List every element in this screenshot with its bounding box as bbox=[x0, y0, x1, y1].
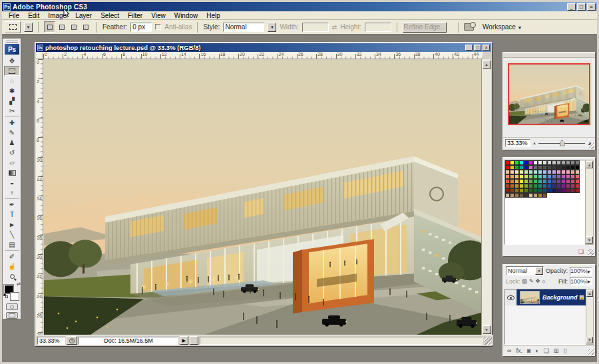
horizontal-scrollbar[interactable] bbox=[200, 337, 483, 345]
workspace-menu[interactable]: Workspace ▼ bbox=[483, 23, 522, 31]
ps-logo[interactable]: Ps bbox=[5, 44, 19, 55]
color-swatch[interactable] bbox=[561, 170, 566, 174]
status-flyout-icon[interactable]: ▶ bbox=[180, 336, 188, 345]
color-swatch[interactable] bbox=[561, 160, 566, 165]
maximize-button[interactable]: □ bbox=[577, 3, 586, 11]
menu-help[interactable]: Help bbox=[202, 12, 224, 19]
layer-group-icon[interactable]: ❏ bbox=[544, 347, 549, 354]
color-swatch[interactable] bbox=[566, 179, 570, 184]
navigator-zoom-slider[interactable] bbox=[538, 140, 585, 146]
style-dropdown-arrow[interactable]: ▼ bbox=[268, 23, 276, 32]
style-select[interactable]: Normal bbox=[223, 23, 264, 32]
color-swatch[interactable] bbox=[505, 179, 510, 184]
color-swatch[interactable] bbox=[533, 160, 538, 165]
color-swatch[interactable] bbox=[556, 188, 561, 193]
subtract-from-selection-button[interactable] bbox=[68, 21, 79, 33]
menu-file[interactable]: File bbox=[5, 12, 23, 19]
color-swatch[interactable] bbox=[528, 160, 533, 165]
toolbox-grip[interactable] bbox=[6, 41, 18, 43]
document-titlebar[interactable]: Ps photoshop retouching lecture.psd @ 33… bbox=[36, 43, 491, 52]
color-swatch[interactable] bbox=[547, 160, 552, 165]
color-swatch[interactable] bbox=[552, 179, 556, 184]
feather-input[interactable]: 0 px bbox=[130, 23, 152, 32]
color-swatch[interactable] bbox=[524, 174, 528, 179]
color-swatch[interactable] bbox=[575, 170, 580, 174]
color-swatch[interactable] bbox=[510, 160, 514, 165]
close-button[interactable]: × bbox=[587, 3, 596, 11]
scroll-up-icon[interactable]: ▲ bbox=[586, 161, 593, 168]
scroll-down-icon[interactable]: ▼ bbox=[586, 337, 593, 343]
color-swatch[interactable] bbox=[514, 193, 519, 198]
background-color-swatch[interactable] bbox=[10, 292, 19, 301]
color-swatch[interactable] bbox=[542, 174, 547, 179]
color-swatch[interactable] bbox=[528, 184, 533, 188]
color-swatch[interactable] bbox=[505, 188, 510, 193]
color-swatch[interactable] bbox=[510, 184, 514, 188]
app-titlebar[interactable]: Ps Adobe Photoshop CS3 _ □ × bbox=[2, 2, 597, 11]
type-tool[interactable]: T bbox=[4, 210, 20, 220]
minimize-button[interactable]: _ bbox=[567, 3, 576, 11]
layer-row-background[interactable]: Background 🔒 bbox=[505, 289, 586, 305]
color-swatch[interactable] bbox=[538, 160, 542, 165]
move-tool[interactable]: ✥ bbox=[4, 56, 20, 66]
doc-close-button[interactable]: × bbox=[483, 45, 490, 51]
color-swatch[interactable] bbox=[547, 174, 552, 179]
color-swatch[interactable] bbox=[561, 165, 566, 170]
lasso-tool[interactable]: ◌ bbox=[4, 76, 20, 86]
healing-brush-tool[interactable]: ✚ bbox=[4, 118, 20, 128]
color-swatch[interactable] bbox=[542, 165, 547, 170]
canvas-image[interactable] bbox=[44, 60, 483, 335]
width-input[interactable] bbox=[302, 23, 329, 32]
color-swatch[interactable] bbox=[552, 184, 556, 188]
slice-tool[interactable]: ✂ bbox=[4, 106, 20, 116]
color-swatch[interactable] bbox=[575, 184, 580, 188]
color-swatch[interactable] bbox=[538, 184, 542, 188]
color-swatch[interactable] bbox=[542, 193, 547, 198]
color-swatch[interactable] bbox=[547, 179, 552, 184]
default-colors-icon[interactable] bbox=[3, 293, 8, 298]
color-swatch[interactable] bbox=[528, 174, 533, 179]
color-swatch[interactable] bbox=[575, 160, 580, 165]
color-swatch[interactable] bbox=[533, 193, 538, 198]
color-swatch[interactable] bbox=[570, 188, 575, 193]
new-swatch-icon[interactable]: ❏ bbox=[578, 248, 584, 255]
color-swatch[interactable] bbox=[514, 165, 519, 170]
lock-all-icon[interactable]: ⌂ bbox=[542, 278, 545, 284]
color-swatch[interactable] bbox=[510, 193, 514, 198]
color-swatch[interactable] bbox=[561, 174, 566, 179]
color-swatch[interactable] bbox=[566, 174, 570, 179]
color-swatch[interactable] bbox=[547, 188, 552, 193]
height-input[interactable] bbox=[365, 23, 391, 32]
color-swatch[interactable] bbox=[552, 174, 556, 179]
color-swatch[interactable] bbox=[556, 184, 561, 188]
doc-minimize-button[interactable]: _ bbox=[465, 45, 473, 51]
color-swatch[interactable] bbox=[542, 188, 547, 193]
rectangular-marquee-tool[interactable] bbox=[4, 66, 20, 76]
color-swatch[interactable] bbox=[561, 184, 566, 188]
color-swatch[interactable] bbox=[533, 170, 538, 174]
panel-resize-grip[interactable] bbox=[588, 349, 594, 355]
color-swatch[interactable] bbox=[505, 184, 510, 188]
adjustment-layer-icon[interactable]: ◐ bbox=[535, 347, 538, 354]
scroll-down-icon[interactable]: ▼ bbox=[586, 236, 593, 244]
color-swatch[interactable] bbox=[519, 165, 524, 170]
intersect-selection-button[interactable] bbox=[80, 21, 91, 33]
path-selection-tool[interactable]: ► bbox=[4, 220, 20, 230]
magic-wand-tool[interactable]: ✱ bbox=[4, 86, 20, 96]
screen-mode-button[interactable] bbox=[6, 312, 18, 319]
scroll-up-icon[interactable]: ▲ bbox=[586, 290, 593, 297]
color-swatch[interactable] bbox=[575, 165, 580, 170]
status-doc-size[interactable]: Doc: 16.5M/16.5M bbox=[79, 337, 178, 345]
color-swatch[interactable] bbox=[538, 174, 542, 179]
color-swatch[interactable] bbox=[505, 174, 510, 179]
menu-layer[interactable]: Layer bbox=[71, 12, 96, 19]
gradient-tool[interactable] bbox=[4, 168, 20, 178]
fill-field[interactable]: 100%▶ bbox=[570, 277, 592, 285]
color-swatch[interactable] bbox=[556, 174, 561, 179]
navigator-zoom-field[interactable]: 33.33% bbox=[505, 139, 530, 147]
color-swatch[interactable] bbox=[538, 179, 542, 184]
color-swatch[interactable] bbox=[524, 184, 528, 188]
doc-maximize-button[interactable]: □ bbox=[474, 45, 481, 51]
color-swatch[interactable] bbox=[566, 184, 570, 188]
color-swatch[interactable] bbox=[542, 170, 547, 174]
